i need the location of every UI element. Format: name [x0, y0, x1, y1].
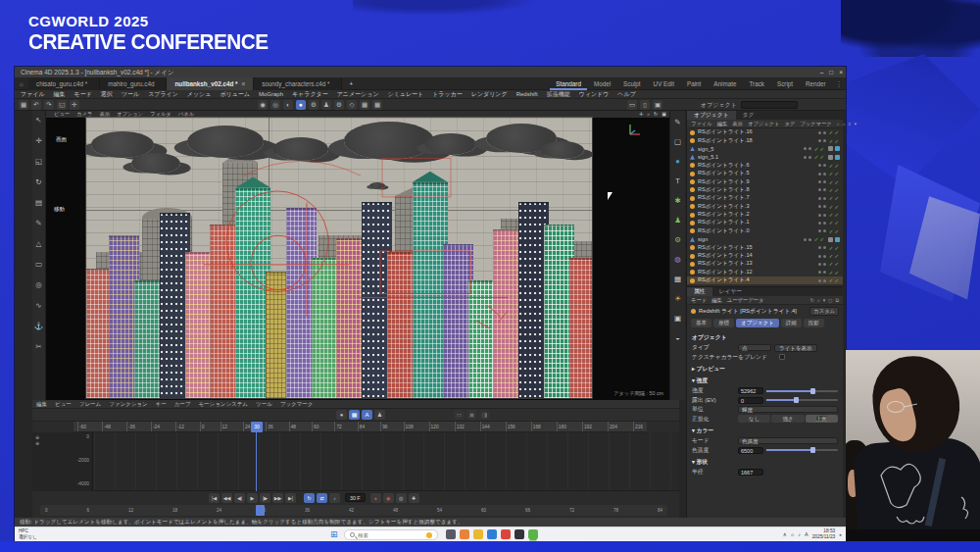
visibility-dots[interactable]: [818, 229, 826, 232]
temperature-slider[interactable]: [766, 449, 838, 451]
current-frame-field[interactable]: 30 F: [345, 493, 366, 502]
pingpong-icon[interactable]: ⇄: [317, 493, 327, 503]
visibility-dots[interactable]: [818, 246, 826, 249]
visibility-dots[interactable]: [818, 164, 826, 167]
window-control-button[interactable]: ×: [839, 67, 843, 77]
timeline-menu-item[interactable]: フレーム: [79, 401, 101, 408]
character-obj-icon[interactable]: ♟: [674, 217, 681, 225]
object-row[interactable]: RSポイントライト.18 ✓✓: [687, 136, 843, 144]
attribute-section-tab[interactable]: オブジェクト: [736, 319, 779, 327]
menu-item[interactable]: シミュレート: [388, 90, 424, 99]
taskbar-clock[interactable]: 18:53 2025/11/23: [812, 528, 836, 540]
layout-tab[interactable]: Script: [771, 77, 799, 90]
network-icon[interactable]: ⌂: [791, 531, 794, 537]
show-light-button[interactable]: ライトを表示: [774, 344, 817, 352]
fcurve-area[interactable]: ⊕⊕ 0 -2000 -4000: [32, 432, 679, 491]
preview-section-header[interactable]: ▸ プレビュー: [692, 365, 838, 374]
anchor-icon[interactable]: ⚓: [34, 323, 43, 330]
view-zoom-icon[interactable]: ⌕: [647, 111, 650, 118]
attribute-section-tab[interactable]: 基本: [691, 319, 711, 327]
prev-frame-icon[interactable]: ◀|: [234, 493, 245, 503]
preset-dropdown[interactable]: カスタム: [809, 307, 839, 316]
live-selection-icon[interactable]: ◱: [57, 100, 67, 110]
attr-dropdown-icon[interactable]: ▾: [823, 297, 826, 304]
viewport-art[interactable]: [86, 118, 592, 398]
document-tab[interactable]: chisato_guru.c4d *: [28, 77, 100, 90]
object-row[interactable]: RSポイントライト.16 ✓✓: [687, 128, 843, 136]
tl-fcurve-mode-icon[interactable]: ▦: [349, 410, 360, 420]
normalize-option-button[interactable]: なし: [738, 415, 770, 423]
attr-menu-item[interactable]: 編集: [711, 297, 722, 304]
blend-checkbox[interactable]: [779, 354, 785, 360]
object-row[interactable]: RSポイントライト.14 ✓✓: [687, 252, 843, 260]
visibility-dots[interactable]: [804, 156, 811, 159]
object-row[interactable]: sign_5 ✓✓: [687, 145, 843, 153]
visibility-dots[interactable]: [818, 271, 826, 274]
environment-icon[interactable]: ◒: [675, 334, 680, 342]
document-tab[interactable]: mahiro_guru.c4d: [100, 77, 167, 90]
menu-item[interactable]: MoGraph: [259, 91, 283, 97]
autokey-icon[interactable]: ◎: [396, 493, 407, 503]
render-settings-icon[interactable]: ◐: [283, 100, 293, 110]
texture-tags[interactable]: [828, 155, 840, 160]
om-menu-item[interactable]: 編集: [717, 121, 728, 127]
deformer-icon[interactable]: ✱: [674, 197, 680, 205]
document-tab[interactable]: nullbanksh_v02.c4d *×: [167, 77, 254, 90]
object-row[interactable]: RSポイントライト.1 ✓✓: [687, 219, 843, 226]
layout-tab[interactable]: Paint: [681, 77, 707, 90]
object-row[interactable]: RSポイントライト.8 ✓✓: [687, 186, 843, 194]
om-menu-item[interactable]: ファイル: [691, 121, 712, 127]
light-icon[interactable]: ☀: [674, 295, 681, 303]
exposure-field[interactable]: 0: [738, 397, 763, 404]
tl-frame-all-icon[interactable]: ▭: [454, 410, 465, 420]
om-search-icon[interactable]: ⌕: [837, 121, 840, 127]
intensity-slider[interactable]: [766, 390, 838, 392]
menu-item[interactable]: キャラクター: [292, 90, 328, 99]
visibility-dots[interactable]: [818, 279, 826, 282]
cube-icon[interactable]: ▢: [674, 138, 681, 146]
enabled-check-icon[interactable]: ✓✓: [829, 220, 840, 226]
plane-icon[interactable]: ▭: [35, 261, 42, 269]
playhead[interactable]: 30: [251, 422, 263, 432]
enabled-check-icon[interactable]: ✓✓: [829, 270, 840, 276]
grid-b-icon[interactable]: ▦: [372, 100, 382, 110]
field-icon[interactable]: ◍: [674, 256, 681, 264]
enabled-check-icon[interactable]: ✓✓: [829, 253, 840, 259]
attribute-section-tab[interactable]: 座標: [713, 319, 734, 327]
render-region-icon[interactable]: ◎: [270, 100, 280, 110]
close-tab-icon[interactable]: ×: [241, 80, 245, 87]
layout-tab[interactable]: UV Edit: [648, 77, 680, 90]
visibility-dots[interactable]: [818, 180, 826, 183]
menu-item[interactable]: 拡張機能: [547, 90, 570, 99]
visibility-dots[interactable]: [818, 197, 826, 200]
om-menu-item[interactable]: 表示: [732, 121, 743, 127]
viewport-menu-item[interactable]: オプション: [117, 111, 143, 118]
polygon-icon[interactable]: △: [36, 240, 42, 248]
intensity-field[interactable]: 52962: [738, 387, 763, 394]
temperature-field[interactable]: 6500: [738, 447, 763, 454]
timeline-menu-item[interactable]: 編集: [36, 401, 47, 408]
document-tab[interactable]: soundy_characters.c4d *: [254, 77, 342, 90]
timeline-ruler[interactable]: -60-48-36-24-120122436486072849610812013…: [74, 422, 647, 432]
visibility-dots[interactable]: [818, 255, 826, 258]
object-row[interactable]: RSポイントライト.7 ✓✓: [687, 194, 843, 202]
spline-pen-icon[interactable]: ✎: [674, 119, 680, 126]
menu-item[interactable]: アニメーション: [337, 90, 379, 99]
enabled-check-icon[interactable]: ✓✓: [829, 163, 840, 169]
pen-icon[interactable]: ✎: [35, 220, 41, 227]
om-menu-item[interactable]: ブックマーク: [800, 121, 831, 127]
photos-app-icon[interactable]: [460, 529, 469, 539]
dark-app-icon[interactable]: [514, 529, 524, 539]
group-header[interactable]: オブジェクト: [692, 333, 838, 342]
visibility-dots[interactable]: [818, 139, 826, 142]
color-section-header[interactable]: ▾ カラー: [692, 427, 838, 435]
menu-item[interactable]: スプライン: [148, 90, 178, 99]
enabled-check-icon[interactable]: ✓✓: [814, 154, 825, 160]
enabled-check-icon[interactable]: ✓✓: [829, 171, 840, 176]
menu-item[interactable]: ファイル: [21, 90, 45, 99]
visibility-dots[interactable]: [818, 188, 826, 191]
select-icon[interactable]: ↖: [35, 117, 41, 125]
attr-lock-icon[interactable]: ◻: [828, 297, 832, 304]
viewport-layout-1-icon[interactable]: ▭: [627, 100, 637, 110]
visibility-dots[interactable]: [818, 131, 826, 134]
